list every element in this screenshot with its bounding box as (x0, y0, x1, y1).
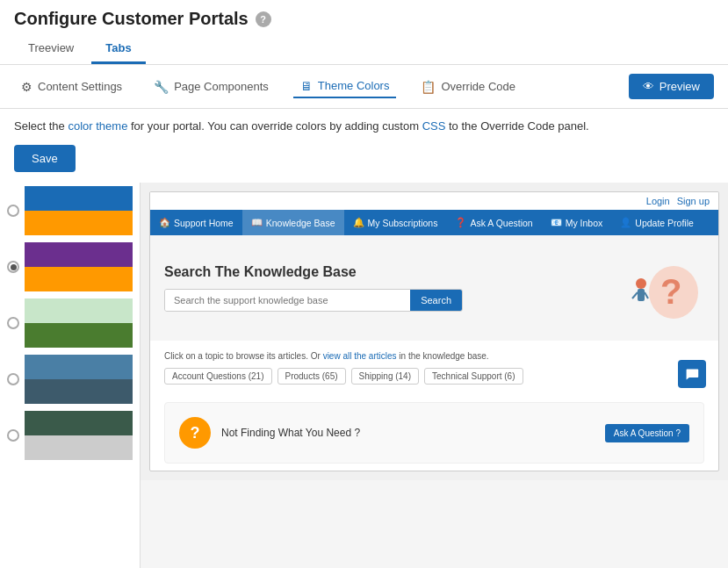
portal-topics: Click on a topic to browse its articles.… (150, 341, 718, 395)
palette-item-5[interactable] (0, 407, 140, 464)
toolbar-override-code-label: Override Code (441, 80, 515, 93)
description-row: Select the color theme for your portal. … (0, 109, 728, 140)
swatch-bottom-1 (25, 211, 133, 235)
toolbar-theme-colors-label: Theme Colors (318, 79, 390, 92)
toolbar: ⚙ Content Settings 🔧 Page Components 🖥 T… (0, 65, 728, 109)
tab-treeview[interactable]: Treeview (14, 34, 88, 64)
topics-description: Click on a topic to browse its articles.… (164, 351, 704, 361)
kb-nav-icon: 📖 (251, 217, 263, 228)
palette-swatch-5 (25, 411, 133, 460)
portal-preview: Login Sign up 🏠 Support Home 📖 Knowledge… (149, 191, 719, 471)
code-icon: 📋 (421, 80, 436, 94)
eye-icon: 👁 (643, 80, 654, 93)
subs-nav-label: My Subscriptions (368, 218, 438, 228)
svg-line-4 (632, 292, 638, 298)
portal-nav-inbox[interactable]: 📧 My Inbox (542, 210, 612, 235)
portal-signup-link[interactable]: Sign up (677, 196, 710, 206)
palette-item-1[interactable] (0, 183, 140, 239)
home-nav-icon: 🏠 (159, 217, 170, 228)
portal-hero-illustration: ? (616, 253, 704, 323)
cta-question-icon: ? (179, 417, 211, 449)
swatch-bottom-4 (25, 379, 133, 404)
swatch-top-2 (25, 242, 133, 267)
svg-rect-3 (638, 289, 645, 301)
swatch-top-5 (25, 411, 133, 435)
question-nav-label: Ask A Question (470, 218, 532, 228)
tab-tabs[interactable]: Tabs (91, 34, 145, 64)
palette-radio-3[interactable] (7, 317, 19, 329)
svg-text:?: ? (660, 272, 681, 311)
subs-nav-icon: 🔔 (353, 217, 364, 228)
swatch-bottom-5 (25, 435, 133, 460)
topic-tags: Account Questions (21) Products (65) Shi… (164, 368, 704, 385)
search-input[interactable] (165, 290, 410, 311)
chat-bubble-button[interactable] (678, 360, 706, 388)
topic-tag-0[interactable]: Account Questions (21) (164, 368, 272, 385)
home-nav-label: Support Home (174, 218, 234, 228)
components-icon: 🔧 (154, 80, 169, 94)
toolbar-theme-colors[interactable]: 🖥 Theme Colors (293, 75, 397, 98)
palette-radio-1[interactable] (7, 205, 19, 217)
topic-tag-2[interactable]: Shipping (14) (351, 368, 419, 385)
preview-button[interactable]: 👁 Preview (629, 74, 714, 99)
profile-nav-icon: 👤 (620, 217, 631, 228)
svg-point-2 (636, 278, 646, 289)
inbox-nav-label: My Inbox (566, 218, 603, 228)
palette-swatch-2 (25, 242, 133, 291)
palette-swatch-3 (25, 298, 133, 348)
palette-swatch-4 (25, 355, 133, 404)
portal-hero: Search The Knowledge Base Search ? (150, 235, 718, 341)
hero-title: Search The Knowledge Base (164, 264, 616, 280)
search-bar-button[interactable]: Search (410, 290, 462, 311)
toolbar-content-settings[interactable]: ⚙ Content Settings (14, 76, 129, 97)
chat-icon (685, 367, 699, 381)
inbox-nav-icon: 📧 (551, 217, 562, 228)
theme-icon: 🖥 (300, 79, 313, 93)
palette-item-2[interactable] (0, 239, 140, 295)
save-row: Save (0, 140, 728, 183)
portal-topbar: Login Sign up (150, 192, 718, 210)
help-icon[interactable]: ? (256, 11, 271, 27)
palette-item-3[interactable] (0, 295, 140, 351)
swatch-bottom-2 (25, 267, 133, 291)
palette-radio-4[interactable] (7, 373, 19, 385)
description-text: Select the color theme for your portal. … (14, 119, 589, 133)
main-tabs: Treeview Tabs (14, 34, 714, 64)
portal-nav: 🏠 Support Home 📖 Knowledge Base 🔔 My Sub… (150, 210, 718, 235)
portal-cta: ? Not Finding What You Need ? Ask A Ques… (164, 402, 704, 464)
question-nav-icon: ❓ (455, 217, 466, 228)
view-all-link[interactable]: view all the articles (323, 351, 397, 361)
swatch-top-4 (25, 355, 133, 379)
swatch-top-3 (25, 298, 133, 323)
page-title: Configure Customer Portals (14, 9, 249, 29)
portal-nav-ask-question[interactable]: ❓ Ask A Question (446, 210, 541, 235)
toolbar-override-code[interactable]: 📋 Override Code (414, 76, 523, 97)
palette-radio-2[interactable] (7, 261, 19, 273)
search-bar: Search (164, 289, 463, 312)
topic-tag-1[interactable]: Products (65) (278, 368, 346, 385)
svg-line-5 (645, 292, 648, 298)
toolbar-page-components[interactable]: 🔧 Page Components (147, 76, 276, 97)
portal-nav-update-profile[interactable]: 👤 Update Profile (611, 210, 703, 235)
cta-ask-button[interactable]: Ask A Question ? (605, 424, 689, 442)
settings-icon: ⚙ (21, 80, 32, 94)
color-palette-panel (0, 183, 141, 568)
preview-panel-wrapper: Login Sign up 🏠 Support Home 📖 Knowledge… (141, 183, 728, 568)
portal-hero-left: Search The Knowledge Base Search (164, 264, 616, 312)
save-button[interactable]: Save (14, 145, 76, 172)
palette-item-4[interactable] (0, 351, 140, 407)
toolbar-page-components-label: Page Components (174, 80, 269, 93)
swatch-bottom-3 (25, 323, 133, 348)
portal-nav-subscriptions[interactable]: 🔔 My Subscriptions (344, 210, 447, 235)
toolbar-content-settings-label: Content Settings (38, 80, 122, 93)
cta-text: Not Finding What You Need ? (221, 427, 595, 439)
preview-button-label: Preview (660, 80, 700, 93)
palette-swatch-1 (25, 186, 133, 235)
portal-nav-support-home[interactable]: 🏠 Support Home (150, 210, 242, 235)
topic-tag-3[interactable]: Technical Support (6) (424, 368, 523, 385)
palette-radio-5[interactable] (7, 429, 19, 442)
portal-login-link[interactable]: Login (646, 196, 670, 206)
profile-nav-label: Update Profile (635, 218, 694, 228)
preview-panel: Login Sign up 🏠 Support Home 📖 Knowledge… (141, 183, 728, 480)
portal-nav-knowledge-base[interactable]: 📖 Knowledge Base (242, 210, 344, 235)
